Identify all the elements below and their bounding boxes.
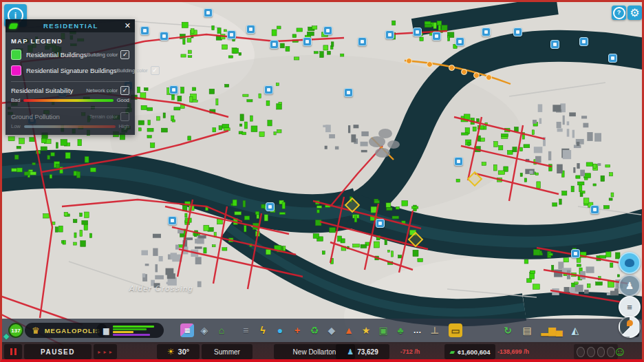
- person-icon: ♟: [625, 280, 634, 291]
- xp-gem-icon: ◆: [3, 332, 9, 341]
- temperature-display[interactable]: ☀ 30°: [157, 344, 200, 359]
- gear-icon: ⚙: [630, 8, 639, 19]
- legend-row-residential-buildings: Residential Buildings Building color ✓: [11, 50, 129, 60]
- legend-row-suitability: Residential Suitability Network color ✓: [11, 86, 129, 95]
- pollution-scale: Low High: [11, 123, 129, 129]
- milestone-progress-button[interactable]: [619, 316, 641, 338]
- trophy-icon: ♛: [32, 326, 40, 335]
- progression-map-icon[interactable]: ▤: [520, 323, 534, 337]
- money-display[interactable]: ▰ ¢1,600,604: [444, 344, 495, 359]
- demand-bar-commercial: [113, 331, 133, 333]
- level-badge[interactable]: 137: [8, 323, 23, 338]
- checkbox[interactable]: ✓: [120, 86, 129, 95]
- landmarks-icon[interactable]: ◭: [568, 323, 582, 337]
- demand-bar-office: [113, 334, 149, 336]
- temperature-value: 30°: [178, 348, 190, 356]
- legend-row-type: Building color: [117, 67, 148, 74]
- pollution-gradient-bar: [24, 125, 116, 128]
- money-rate: -138,699 /h: [495, 344, 531, 359]
- legend-row-label: Residential Buildings: [26, 51, 87, 58]
- legend-row-type: Network color: [86, 87, 118, 94]
- checkbox[interactable]: [120, 112, 129, 121]
- garbage-icon[interactable]: ♻: [308, 323, 321, 337]
- suitability-gradient-bar: [23, 99, 113, 102]
- demand-pill[interactable]: ▆: [96, 323, 164, 338]
- map-legend-panel: RESIDENTIAL ✕ MAP LEGEND Residential Bui…: [6, 19, 135, 135]
- divider: [11, 107, 129, 108]
- landscaping-icon[interactable]: ⌂: [215, 323, 228, 337]
- scale-max-label: High: [119, 123, 129, 129]
- money-value: ¢1,600,604: [458, 348, 491, 356]
- magenta-swatch: [11, 65, 21, 76]
- chirper-notification-button[interactable]: [619, 252, 641, 274]
- bulldozer-icon[interactable]: ▭: [449, 323, 462, 337]
- statistics-icon[interactable]: ▂▆▄: [545, 323, 559, 337]
- parks-recreation-icon[interactable]: ♣: [394, 323, 407, 337]
- help-button[interactable]: ?: [612, 6, 626, 20]
- main-toolbar: 137 ◆ ♛ MEGALOPOLIS ▆ ▦◈⌂≡ϟ●+♻◆▲★▣♣…⊥▭↻▤…: [0, 319, 644, 342]
- checkbox[interactable]: ✓: [120, 50, 129, 59]
- bird-badge-icon: [627, 320, 633, 326]
- list-icon: ≡: [627, 302, 632, 312]
- population-icon: ♟: [347, 348, 354, 356]
- sim-speed-control[interactable]: ▸ ▸ ▸: [94, 344, 117, 359]
- scale-min-label: Bad: [11, 97, 20, 103]
- journal-button[interactable]: ≡: [619, 296, 641, 318]
- demand-bar-residential-low: [113, 326, 154, 328]
- legend-titlebar: RESIDENTIAL ✕: [6, 19, 135, 32]
- status-dot[interactable]: [597, 347, 605, 357]
- money-icon: ▰: [449, 348, 455, 356]
- districts-icon[interactable]: ◈: [197, 323, 211, 337]
- citizen-notification-button[interactable]: ♟: [619, 275, 641, 297]
- chirper-bird-icon: [625, 259, 634, 267]
- roads-icon[interactable]: ≡: [239, 323, 253, 337]
- population-value: 73,629: [357, 348, 378, 356]
- economy-icon[interactable]: ↻: [501, 323, 515, 337]
- green-swatch: [11, 50, 21, 60]
- legend-row-type: Terrain color: [89, 114, 118, 120]
- legend-header: MAP LEGEND: [11, 37, 129, 45]
- population-display[interactable]: ♟ 73,629: [336, 344, 389, 359]
- scale-min-label: Low: [11, 123, 21, 129]
- status-dot[interactable]: [577, 347, 585, 357]
- checkbox[interactable]: ✓: [151, 66, 160, 75]
- settings-button[interactable]: ⚙: [627, 6, 642, 20]
- sim-state-label: PAUSED: [24, 344, 92, 359]
- divider: [11, 81, 129, 82]
- communications-icon[interactable]: …: [411, 323, 425, 337]
- legend-row-type: Building color: [87, 52, 118, 58]
- building-icon: ▆: [103, 327, 109, 334]
- healthcare-icon[interactable]: +: [290, 323, 304, 337]
- district-name-label: Alder Crossing: [129, 284, 193, 292]
- population-rate: -712 /h: [394, 344, 427, 359]
- demand-bars: [113, 326, 157, 336]
- zoning-icon[interactable]: ▦: [180, 323, 194, 337]
- legend-row-pollution: Ground Pollution Terrain color: [11, 112, 129, 121]
- fire-rescue-icon[interactable]: ▲: [342, 323, 356, 337]
- police-icon[interactable]: ★: [359, 323, 373, 337]
- legend-row-label: Residential Signature Buildings: [26, 67, 117, 74]
- happiness-indicator[interactable]: ☺: [612, 344, 628, 359]
- education-icon[interactable]: ◆: [325, 323, 339, 337]
- pause-icon: [10, 348, 12, 355]
- milestone-pill[interactable]: ♛ MEGALOPOLIS: [25, 323, 107, 338]
- milestone-name: MEGALOPOLIS: [45, 327, 100, 334]
- legend-row-signature-buildings: Residential Signature Buildings Building…: [11, 65, 129, 76]
- demand-bar-residential-high: [113, 328, 146, 330]
- sun-icon: ☀: [167, 347, 175, 356]
- legend-row-label: Ground Pollution: [11, 113, 89, 120]
- electricity-icon[interactable]: ϟ: [256, 323, 270, 337]
- status-dot[interactable]: [587, 347, 595, 357]
- scale-max-label: Good: [117, 97, 129, 103]
- status-bar: PAUSED ▸ ▸ ▸ ☀ 30° Summer New Dollarton …: [0, 342, 644, 362]
- terraforming-icon[interactable]: ⊥: [428, 323, 442, 337]
- question-icon: ?: [613, 7, 625, 19]
- water-sewage-icon[interactable]: ●: [273, 323, 287, 337]
- main-toolbar-icons: ▦◈⌂≡ϟ●+♻◆▲★▣♣…⊥▭↻▤▂▆▄◭◉: [180, 319, 639, 342]
- close-icon[interactable]: ✕: [125, 21, 131, 30]
- legend-row-label: Residential Suitability: [11, 87, 86, 94]
- transportation-icon[interactable]: ▣: [376, 323, 390, 337]
- season-display[interactable]: Summer: [202, 344, 253, 359]
- pause-button[interactable]: [4, 344, 22, 359]
- legend-title: RESIDENTIAL: [17, 22, 125, 30]
